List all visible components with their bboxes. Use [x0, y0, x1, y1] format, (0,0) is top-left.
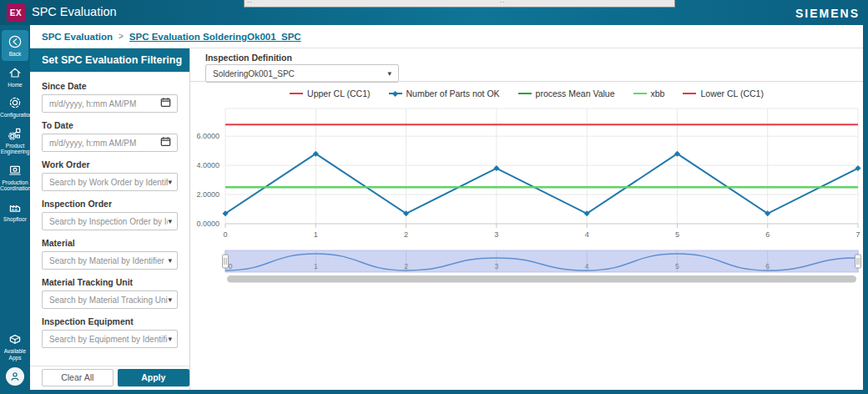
product-engineering-icon — [8, 126, 23, 141]
x-tick-label: 3 — [494, 230, 498, 239]
legend-label: xbb — [651, 88, 665, 98]
y-tick-label: 0.0000 — [196, 220, 220, 228]
work-order-select[interactable]: Search by Work Order by Identifier▾ — [42, 173, 178, 191]
production-coordination-icon — [8, 163, 23, 178]
work-order-label: Work Order — [42, 159, 178, 169]
material-select[interactable]: Search by Material by Identifier▾ — [42, 251, 178, 270]
back-icon — [8, 34, 23, 49]
inspection-definition-select[interactable]: SolderingOk001_SPC ▾ — [205, 64, 399, 83]
sidebar-item-back[interactable]: Back — [2, 30, 28, 61]
x-tick-label: 6 — [765, 230, 770, 239]
series-line-number-of-parts-not-ok — [225, 154, 858, 214]
legend-label: Upper CL (CC1) — [307, 88, 370, 98]
siemens-logo: SIEMENS — [795, 7, 860, 20]
sidebar-item-product-engineering[interactable]: Product Engineering — [0, 122, 30, 159]
legend-marker — [290, 90, 303, 97]
material-tracking-unit-placeholder: Search by Material Tracking Unit by Code — [49, 296, 168, 305]
spc-chart: 0.00002.00004.00006.0000012345670123456 — [199, 104, 863, 292]
x-tick-label: 1 — [314, 230, 318, 239]
browser-popup-remnant: ·· ·· — [244, 0, 675, 8]
legend-label: Lower CL (CC1) — [700, 88, 763, 98]
sidebar-item-label: Home — [0, 82, 30, 88]
sidebar-item-label: Shopfloor — [0, 216, 30, 223]
inspection-definition-label: Inspection Definition — [205, 53, 292, 63]
legend-label: Number of Parts not OK — [406, 88, 500, 98]
navigator-tick-label: 5 — [675, 262, 679, 270]
chevron-down-icon: ▾ — [168, 256, 172, 265]
gear-icon — [8, 95, 23, 110]
page-title: SPC Evaluation — [32, 5, 117, 18]
nav-sidebar: BackHomeConfigurationProduct Engineering… — [0, 25, 30, 394]
inspection-definition-value: SolderingOk001_SPC — [213, 69, 387, 78]
chevron-down-icon: ▾ — [168, 296, 172, 304]
sidebar-item-production-coordination[interactable]: Production Coordination — [0, 159, 30, 195]
range-handle-right[interactable] — [855, 255, 861, 268]
shopfloor-icon — [8, 200, 23, 215]
since-date-label: Since Date — [42, 81, 178, 91]
navigator-tick-label: 3 — [494, 262, 498, 270]
user-avatar[interactable] — [6, 367, 24, 386]
legend-item-upper-cl-cc1-[interactable]: Upper CL (CC1) — [290, 88, 370, 98]
navigator-tick-label: 0 — [229, 262, 233, 270]
legend-marker — [633, 90, 647, 97]
inspection-order-select[interactable]: Search by Inspection Order by Identifier… — [42, 212, 178, 230]
to-date-input[interactable]: m/d/yyyy, h:mm AM/PM — [42, 134, 178, 152]
sidebar-item-home[interactable]: Home — [0, 61, 30, 92]
horizontal-scrollbar[interactable] — [227, 275, 856, 283]
home-icon — [8, 65, 23, 80]
sidebar-item-label: Available Apps — [0, 348, 30, 361]
chevron-down-icon: ▾ — [387, 69, 391, 78]
to-date-label: To Date — [42, 120, 178, 130]
y-tick-label: 2.0000 — [196, 190, 220, 199]
opcenter-ex-logo: EX — [7, 3, 25, 22]
x-tick-label: 2 — [404, 230, 408, 239]
material-tracking-unit-label: Material Tracking Unit — [42, 277, 178, 287]
chart-legend: Upper CL (CC1)Number of Parts not OKproc… — [190, 88, 863, 98]
breadcrumb-separator: > — [119, 32, 124, 41]
sidebar-item-label: Back — [0, 51, 30, 58]
filter-actions: Clear All Apply — [30, 366, 189, 390]
breadcrumb-root[interactable]: SPC Evaluation — [42, 32, 113, 42]
range-handle-left[interactable] — [223, 255, 229, 268]
since-date-input[interactable]: m/d/yyyy, h:mm AM/PM — [42, 94, 178, 113]
x-tick-label: 7 — [855, 230, 860, 239]
inspection-order-placeholder: Search by Inspection Order by Identifier — [49, 217, 168, 226]
material-tracking-unit-select[interactable]: Search by Material Tracking Unit by Code… — [42, 290, 178, 309]
filter-panel-title: Set SPC Evaluation Filtering — [30, 48, 189, 72]
breadcrumb-current-link[interactable]: SPC Evaluation SolderingOk001_SPC — [129, 32, 301, 42]
sidebar-item-label: Product Engineering — [0, 143, 30, 155]
x-tick-label: 0 — [223, 230, 227, 239]
legend-item-xbb[interactable]: xbb — [633, 88, 665, 98]
work-order-placeholder: Search by Work Order by Identifier — [49, 178, 168, 187]
y-tick-label: 4.0000 — [196, 161, 220, 169]
breadcrumb: SPC Evaluation > SPC Evaluation Solderin… — [30, 25, 863, 48]
popup-dots-icon: ·· — [247, 0, 253, 5]
legend-item-lower-cl-cc1-[interactable]: Lower CL (CC1) — [683, 88, 763, 98]
y-tick-label: 6.0000 — [196, 132, 220, 140]
legend-item-process-mean-value[interactable]: process Mean Value — [518, 88, 615, 98]
inspection-equipment-placeholder: Search by Equipment by Identifier — [49, 335, 168, 344]
data-point-marker[interactable] — [493, 165, 499, 171]
sidebar-item-label: Configuration — [0, 112, 30, 119]
legend-item-number-of-parts-not-ok[interactable]: Number of Parts not OK — [389, 88, 500, 98]
sidebar-item-configuration[interactable]: Configuration — [0, 91, 30, 122]
navigator-tick-label: 4 — [585, 262, 589, 270]
data-point-marker[interactable] — [855, 165, 861, 171]
material-label: Material — [42, 238, 178, 248]
legend-label: process Mean Value — [536, 88, 615, 98]
popup-dots-icon: ·· — [500, 0, 506, 5]
chevron-down-icon: ▾ — [168, 335, 172, 343]
apply-button[interactable]: Apply — [118, 369, 189, 386]
sidebar-item-available-apps[interactable]: Available Apps — [0, 327, 30, 364]
x-tick-label: 5 — [675, 230, 679, 239]
inspection-equipment-select[interactable]: Search by Equipment by Identifier▾ — [42, 330, 178, 348]
available-apps-icon — [8, 331, 23, 346]
calendar-icon — [159, 96, 172, 112]
sidebar-item-label: Production Coordination — [0, 179, 30, 192]
chevron-down-icon: ▾ — [168, 217, 172, 225]
sidebar-item-shopfloor[interactable]: Shopfloor — [0, 195, 30, 226]
user-icon — [8, 370, 22, 383]
clear-all-button[interactable]: Clear All — [42, 369, 114, 386]
filter-panel: Set SPC Evaluation Filtering Since Datem… — [30, 48, 190, 390]
legend-marker — [518, 90, 532, 97]
